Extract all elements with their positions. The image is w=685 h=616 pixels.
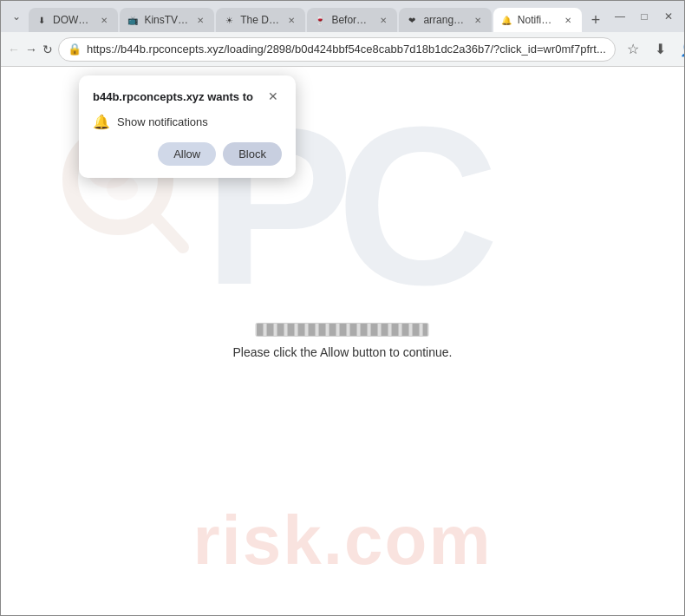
- minimize-button[interactable]: —: [611, 8, 629, 25]
- window-controls: — □ ✕: [611, 8, 677, 25]
- popup-title: b44b.rpconcepts.xyz wants to: [93, 90, 253, 103]
- tab-label-3: The Day...: [240, 14, 279, 26]
- tab-overflow-btn[interactable]: ⌄: [8, 4, 25, 29]
- tab-favicon-1: ⬇: [36, 14, 48, 26]
- reload-button[interactable]: ↻: [42, 37, 53, 62]
- lock-icon: 🔒: [68, 43, 82, 56]
- watermark-risk: risk.com: [192, 501, 492, 580]
- svg-line-1: [153, 214, 183, 247]
- download-button[interactable]: ⬇: [649, 37, 673, 62]
- bell-icon: 🔔: [93, 114, 110, 130]
- address-bar[interactable]: 🔒 https://b44b.rpconcepts.xyz/loading/28…: [58, 37, 616, 62]
- url-text: https://b44b.rpconcepts.xyz/loading/2898…: [87, 43, 606, 56]
- toolbar-icons: ☆ ⬇ 👤 ⋮: [621, 37, 685, 62]
- tab-favicon-6: 🔔: [500, 14, 512, 26]
- block-button[interactable]: Block: [223, 142, 282, 166]
- bookmark-button[interactable]: ☆: [621, 37, 645, 62]
- tab-favicon-5: ❤: [406, 14, 418, 26]
- back-button[interactable]: ←: [8, 37, 20, 62]
- loading-text: Please click the Allow button to continu…: [233, 345, 453, 359]
- allow-button[interactable]: Allow: [158, 142, 216, 166]
- close-button[interactable]: ✕: [660, 8, 677, 25]
- browser-frame: ⌄ ⬇ DOWNL... ✕ 📺 KinsTV D... ✕ ☀ The Day…: [1, 1, 684, 615]
- tab-close-1[interactable]: ✕: [97, 13, 111, 27]
- maximize-button[interactable]: □: [636, 8, 653, 25]
- tab-6[interactable]: 🔔 Notificat... ✕: [493, 8, 582, 32]
- tab-close-4[interactable]: ✕: [376, 13, 390, 27]
- loading-bar-fill: [257, 324, 428, 336]
- notification-popup: b44b.rpconcepts.xyz wants to ✕ 🔔 Show no…: [79, 75, 296, 178]
- tab-strip: ⬇ DOWNL... ✕ 📺 KinsTV D... ✕ ☀ The Day..…: [29, 1, 608, 32]
- loading-bar: [256, 323, 429, 337]
- page-content: PC Please click the Allow button to cont…: [1, 67, 684, 615]
- profile-button[interactable]: 👤: [676, 37, 685, 62]
- tab-1[interactable]: ⬇ DOWNL... ✕: [29, 8, 118, 32]
- tab-close-3[interactable]: ✕: [284, 13, 298, 27]
- tab-close-2[interactable]: ✕: [193, 13, 207, 27]
- popup-buttons: Allow Block: [93, 142, 282, 166]
- forward-button[interactable]: →: [25, 37, 37, 62]
- tab-favicon-2: 📺: [127, 14, 139, 26]
- svg-point-3: [107, 176, 138, 200]
- tab-label-1: DOWNL...: [53, 14, 92, 26]
- toolbar: ← → ↻ 🔒 https://b44b.rpconcepts.xyz/load…: [1, 32, 684, 67]
- new-tab-button[interactable]: +: [584, 8, 608, 32]
- title-bar: ⌄ ⬇ DOWNL... ✕ 📺 KinsTV D... ✕ ☀ The Day…: [1, 1, 684, 32]
- tab-label-2: KinsTV D...: [144, 14, 188, 26]
- tab-close-6[interactable]: ✕: [561, 13, 575, 27]
- tab-4[interactable]: 🍷 Before d... ✕: [307, 8, 397, 32]
- tab-label-4: Before d...: [331, 14, 371, 26]
- tab-favicon-4: 🍷: [314, 14, 326, 26]
- tab-3[interactable]: ☀ The Day... ✕: [216, 8, 305, 32]
- tab-5[interactable]: ❤ arranged... ✕: [399, 8, 491, 32]
- popup-close-button[interactable]: ✕: [264, 88, 282, 105]
- tab-label-6: Notificat...: [518, 14, 556, 26]
- popup-notification-row: 🔔 Show notifications: [93, 114, 282, 130]
- page-center-content: Please click the Allow button to continu…: [233, 323, 453, 359]
- tab-2[interactable]: 📺 KinsTV D... ✕: [120, 8, 214, 32]
- tab-favicon-3: ☀: [223, 14, 235, 26]
- popup-header: b44b.rpconcepts.xyz wants to ✕: [93, 88, 282, 105]
- notification-label: Show notifications: [117, 115, 208, 128]
- tab-label-5: arranged...: [423, 14, 465, 26]
- tab-close-5[interactable]: ✕: [471, 13, 485, 27]
